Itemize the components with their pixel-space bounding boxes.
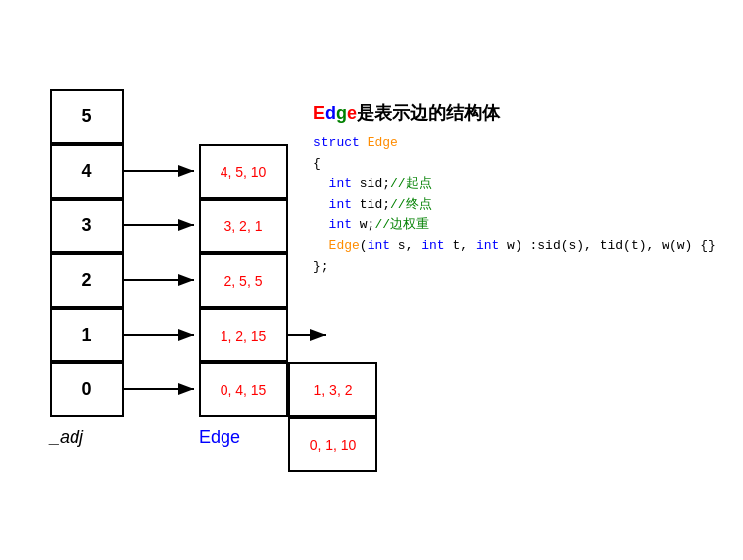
adj-cell-1: 1: [50, 308, 124, 362]
adj-cell-3: 3: [50, 199, 124, 253]
title-e: E: [313, 103, 325, 123]
adj-cell-4: 4: [50, 144, 124, 199]
code-line-brace-open: {: [313, 154, 716, 175]
code-title: Edge是表示边的结构体: [313, 99, 716, 128]
code-line-sid: int sid;//起点: [313, 174, 716, 195]
edge-cell-1: 3, 2, 1: [199, 199, 288, 253]
code-line-struct: struct Edge: [313, 133, 716, 154]
adj-value-5: 5: [81, 106, 91, 127]
adj-cell-2: 2: [50, 253, 124, 308]
adj-cell-0: 0: [50, 362, 124, 417]
code-line-brace-close: };: [313, 257, 716, 278]
edge-cell-2: 2, 5, 5: [199, 253, 288, 308]
edge-column-2: 1, 3, 2 0, 1, 10: [288, 362, 377, 472]
edge-cell-0: 4, 5, 10: [199, 144, 288, 199]
edge-cell-col2-0: 1, 3, 2: [288, 362, 377, 417]
adj-value-2: 2: [81, 270, 91, 291]
code-block: Edge是表示边的结构体 struct Edge { int sid;//起点 …: [313, 99, 716, 277]
edge-cell-col2-1: 0, 1, 10: [288, 417, 377, 472]
adj-label: _adj: [50, 427, 83, 448]
adj-value-0: 0: [81, 379, 91, 400]
edge-cell-3: 1, 2, 15: [199, 308, 288, 362]
edge-cell-4: 0, 4, 15: [199, 362, 288, 417]
code-line-w: int w;//边权重: [313, 215, 716, 236]
title-rest: 是表示边的结构体: [357, 103, 500, 123]
adj-cell-5: 5: [50, 89, 124, 144]
code-line-constructor: Edge(int s, int t, int w) :sid(s), tid(t…: [313, 236, 716, 257]
edge-column-1: 4, 5, 10 3, 2, 1 2, 5, 5 1, 2, 15 0, 4, …: [199, 144, 288, 417]
adj-value-3: 3: [81, 215, 91, 236]
title-e2: e: [347, 103, 357, 123]
adj-value-4: 4: [81, 161, 91, 182]
code-line-tid: int tid;//终点: [313, 195, 716, 215]
adj-column: 5 4 3 2 1 0: [50, 89, 124, 417]
title-d: d: [325, 103, 336, 123]
adj-value-1: 1: [81, 325, 91, 346]
edge-label: Edge: [199, 427, 240, 448]
title-g: g: [336, 103, 347, 123]
